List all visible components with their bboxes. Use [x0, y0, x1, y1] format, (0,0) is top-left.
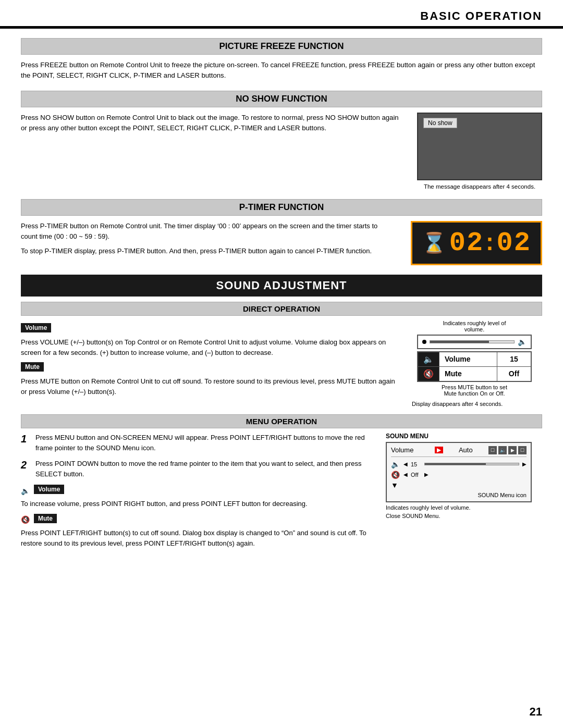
ptimer-hours: 02	[449, 228, 484, 258]
no-show-body: Press NO SHOW button on Remote Control U…	[21, 113, 542, 190]
mute-text: Press MUTE button on Remote Control Unit…	[21, 376, 396, 397]
vol-slider-row: 🔈	[417, 335, 532, 349]
no-show-image-area: No show The message disappears after 4 s…	[417, 113, 542, 190]
vol-speaker-icon: 🔈	[518, 338, 527, 346]
menu-volume-tag-row: 🔈 Volume	[21, 485, 375, 497]
ptimer-heading: P-TIMER FUNCTION	[21, 199, 542, 216]
picture-freeze-heading: PICTURE FREEZE FUNCTION	[21, 38, 542, 55]
menu-volume-tag: Volume	[34, 485, 64, 494]
sm-icon-2: 🔈	[498, 446, 507, 454]
page-header: BASIC OPERATION	[0, 0, 563, 28]
sm-vol-track-fill	[425, 463, 486, 465]
vol-row: 🔈 Volume 15	[418, 352, 531, 367]
sm-top-row: Volume ▶ Auto ☐ 🔈 ▶ ☐	[391, 446, 527, 457]
direct-op-left: Volume Press VOLUME (+/–) button(s) on T…	[21, 320, 396, 407]
mute-value-cell: Off	[497, 366, 531, 381]
sm-vol-row: 🔈 ◀ 15 ▶	[391, 459, 527, 470]
ptimer-mins: 02	[497, 228, 531, 258]
vol-label-cell: Volume	[439, 352, 497, 367]
step1-item: 1 Press MENU button and ON-SCREEN MENU w…	[21, 433, 375, 453]
volume-text: Press VOLUME (+/–) button(s) on Top Cont…	[21, 337, 396, 358]
step2-text: Press POINT DOWN button to move the red …	[35, 459, 375, 479]
no-show-label: No show	[423, 118, 457, 128]
step1-text: Press MENU button and ON-SCREEN MENU wil…	[35, 433, 375, 453]
mute-row: 🔇 Mute Off	[418, 366, 531, 381]
sm-top-icons: ☐ 🔈 ▶ ☐	[488, 446, 527, 454]
sm-mute-row: 🔇 ◀ Off ▶	[391, 470, 527, 480]
sm-down-row: ▼	[391, 480, 527, 490]
ptimer-text: Press P-TIMER button on Remote Control u…	[21, 221, 395, 261]
volume-tag: Volume	[21, 323, 51, 332]
no-show-heading: NO SHOW FUNCTION	[21, 91, 542, 107]
direct-operation-section: DIRECT OPERATION Volume Press VOLUME (+/…	[21, 302, 542, 407]
sm-auto-value: Auto	[445, 446, 487, 454]
no-show-caption: The message disappears after 4 seconds.	[424, 183, 535, 190]
mute-icon-cell: 🔇	[418, 366, 439, 381]
menu-operation-heading: MENU OPERATION	[21, 414, 542, 428]
sm-icon-1: ☐	[488, 446, 497, 454]
direct-op-body: Volume Press VOLUME (+/–) button(s) on T…	[21, 320, 542, 407]
ptimer-text2: To stop P-TIMER display, press P-TIMER b…	[21, 246, 395, 256]
sound-menu-label: SOUND MENU	[386, 433, 542, 440]
volume-display: Indicates roughly level ofvolume. 🔈	[417, 320, 532, 397]
sound-adjustment-section: SOUND ADJUSTMENT DIRECT OPERATION Volume…	[21, 275, 542, 553]
vol-track-fill	[430, 341, 489, 343]
ptimer-text1: Press P-TIMER button on Remote Control u…	[21, 221, 395, 242]
direct-op-right: Indicates roughly level ofvolume. 🔈	[407, 320, 542, 407]
menu-op-right: SOUND MENU Volume ▶ Auto ☐ 🔈 ▶ ☐	[386, 433, 542, 553]
sm-mute-arrow-right: ▶	[424, 472, 429, 477]
menu-op-body: 1 Press MENU button and ON-SCREEN MENU w…	[21, 433, 542, 553]
sm-red-icon: ▶	[435, 447, 443, 453]
page-number: 21	[530, 705, 542, 719]
menu-mute-tag: Mute	[34, 514, 57, 523]
sm-icon-caption: SOUND Menu icon	[391, 492, 527, 498]
menu-vol-icon: 🔈	[21, 487, 30, 495]
vol-track	[430, 340, 515, 343]
sm-vol-num: 15	[411, 461, 421, 467]
vol-indicator-text: Indicates roughly level ofvolume.	[443, 320, 506, 332]
step1-num: 1	[21, 433, 31, 445]
menu-mute-icon: 🔇	[21, 515, 30, 524]
page-title: BASIC OPERATION	[420, 9, 542, 23]
sm-down-icon: ▼	[391, 481, 400, 489]
vol-mute-table: 🔈 Volume 15 🔇 Mute Off	[417, 351, 532, 382]
ptimer-digits: 02:02	[449, 228, 531, 258]
picture-freeze-text: Press FREEZE button on Remote Control Un…	[21, 60, 542, 81]
sm-mute-val: Off	[411, 472, 421, 478]
mute-caption: Press MUTE button to setMute function On…	[442, 384, 507, 397]
vol-value-cell: 15	[497, 352, 531, 367]
sm-arrow-right: ▶	[522, 461, 527, 467]
mute-tag: Mute	[21, 362, 44, 372]
mute-tag-row: Mute	[21, 362, 396, 374]
menu-volume-text: To increase volume, press POINT RIGHT bu…	[21, 499, 375, 509]
ptimer-colon: :	[483, 231, 497, 257]
step2-item: 2 Press POINT DOWN button to move the re…	[21, 459, 375, 479]
vol-icon-cell: 🔈	[418, 352, 439, 367]
no-show-screen: No show	[417, 113, 542, 180]
sm-arrow-left: ◀	[403, 461, 408, 467]
sm-icon-3: ▶	[508, 446, 517, 454]
sm-row-mute-icon: 🔇	[391, 471, 400, 479]
sm-indicates: Indicates roughly level of volume.	[386, 504, 542, 511]
ptimer-display: ⌛ 02:02	[411, 221, 542, 265]
menu-mute-text: Press POINT LEFT/RIGHT button(s) to cut …	[21, 528, 375, 549]
picture-freeze-section: PICTURE FREEZE FUNCTION Press FREEZE but…	[21, 38, 542, 81]
menu-mute-tag-row: 🔇 Mute	[21, 514, 375, 526]
ptimer-section: P-TIMER FUNCTION Press P-TIMER button on…	[21, 199, 542, 265]
volume-tag-row: Volume	[21, 323, 396, 335]
ptimer-body: Press P-TIMER button on Remote Control u…	[21, 221, 542, 265]
hourglass-icon: ⌛	[422, 231, 446, 254]
sm-vol-label: Volume	[391, 446, 433, 454]
ptimer-box: ⌛ 02:02	[411, 221, 542, 265]
mute-label-cell: Mute	[439, 366, 497, 381]
sm-mute-arrow-left: ◀	[403, 472, 408, 477]
step2-num: 2	[21, 459, 31, 471]
main-content: PICTURE FREEZE FUNCTION Press FREEZE but…	[0, 29, 563, 576]
menu-operation-section: MENU OPERATION 1 Press MENU button and O…	[21, 414, 542, 553]
sm-row-vol-icon: 🔈	[391, 460, 400, 468]
direct-operation-heading: DIRECT OPERATION	[21, 302, 542, 316]
no-show-section: NO SHOW FUNCTION Press NO SHOW button on…	[21, 91, 542, 190]
sound-adjustment-heading: SOUND ADJUSTMENT	[21, 275, 542, 297]
menu-op-left: 1 Press MENU button and ON-SCREEN MENU w…	[21, 433, 375, 553]
vol-dot-left	[422, 340, 426, 344]
